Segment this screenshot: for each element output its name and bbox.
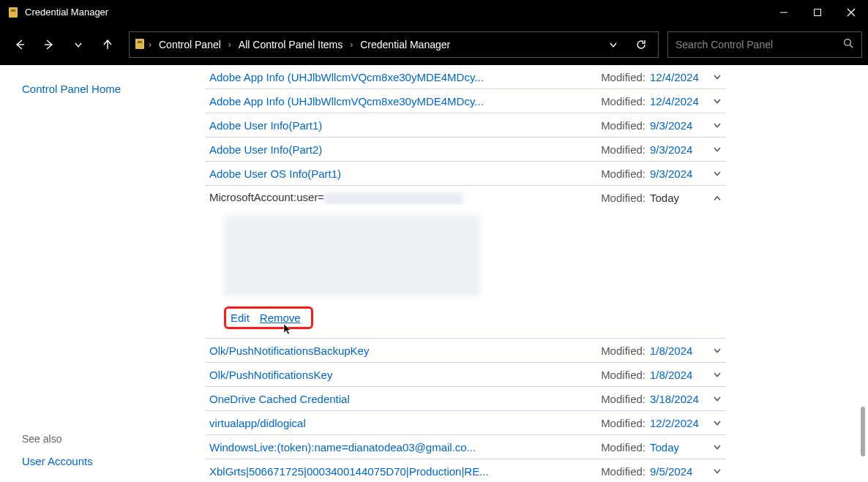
app-icon: [7, 7, 19, 18]
up-button[interactable]: [94, 31, 121, 59]
modified-label: Modified:: [601, 417, 646, 429]
modified-date: Today: [650, 192, 703, 204]
location-icon: [134, 38, 146, 52]
chevron-right-icon: ›: [149, 39, 151, 50]
credential-name: virtualapp/didlogical: [209, 417, 601, 429]
credential-name: Adobe App Info (UHJlbWllcmVQcm8xe30yMDE4…: [209, 71, 601, 83]
scrollbar[interactable]: [861, 407, 865, 456]
credential-row[interactable]: Olk/PushNotificationsBackupKeyModified:1…: [205, 339, 726, 363]
main-panel: Adobe App Info (UHJlbWllcmVQcm8xe30yMDE4…: [205, 65, 868, 482]
chevron-down-icon[interactable]: [710, 415, 725, 430]
chevron-down-icon[interactable]: [710, 367, 725, 382]
chevron-up-icon[interactable]: [710, 191, 725, 206]
modified-date: Today: [650, 441, 703, 453]
chevron-down-icon[interactable]: [710, 166, 725, 181]
credential-name: Adobe User Info(Part1): [209, 119, 601, 132]
recent-dropdown-button[interactable]: [64, 31, 92, 59]
modified-date: 9/3/2024: [650, 167, 703, 180]
chevron-down-icon[interactable]: [710, 464, 725, 478]
redacted-value: [324, 192, 463, 205]
chevron-down-icon[interactable]: [710, 94, 725, 108]
chevron-down-icon[interactable]: [710, 343, 725, 358]
window-title: Credential Manager: [25, 7, 108, 18]
modified-label: Modified:: [601, 95, 646, 108]
chevron-right-icon: ›: [350, 39, 353, 50]
back-button[interactable]: [6, 31, 34, 59]
svg-point-11: [845, 39, 851, 46]
breadcrumb-segment[interactable]: Control Panel: [154, 39, 225, 50]
remove-link[interactable]: Remove: [260, 312, 301, 324]
credential-name: Adobe User OS Info(Part1): [209, 167, 601, 180]
minimize-button[interactable]: [767, 0, 801, 24]
modified-label: Modified:: [601, 167, 646, 180]
credential-row[interactable]: Adobe App Info (UHJlbWllcmVQcm8xe30yMDE4…: [205, 65, 726, 89]
control-panel-home-link[interactable]: Control Panel Home: [22, 83, 205, 95]
mouse-cursor-icon: [282, 323, 293, 336]
credential-name: Adobe User Info(Part2): [209, 143, 601, 156]
modified-date: 9/5/2024: [650, 465, 703, 478]
credential-row[interactable]: OneDrive Cached CredentialModified:3/18/…: [205, 387, 726, 411]
modified-label: Modified:: [601, 441, 646, 453]
modified-label: Modified:: [601, 192, 646, 204]
search-box[interactable]: [667, 31, 862, 58]
chevron-down-icon[interactable]: [710, 69, 725, 84]
credential-list: Adobe App Info (UHJlbWllcmVQcm8xe30yMDE4…: [205, 65, 726, 482]
modified-date: 12/2/2024: [650, 417, 703, 429]
credential-name: XblGrts|506671725|0003400144075D70|Produ…: [209, 465, 601, 478]
chevron-down-icon[interactable]: [710, 142, 725, 157]
credential-name: Adobe App Info (UHJlbWllcmVQcm8xe30yMDE4…: [209, 95, 601, 108]
edit-link[interactable]: Edit: [231, 312, 250, 324]
credential-row[interactable]: XblGrts|506671725|0003400144075D70|Produ…: [205, 459, 726, 482]
chevron-right-icon: ›: [228, 39, 231, 50]
credential-row[interactable]: Adobe User OS Info(Part1)Modified:9/3/20…: [205, 162, 726, 186]
credential-row[interactable]: WindowsLive:(token):name=dianatodea03@gm…: [205, 435, 726, 459]
credential-row[interactable]: Adobe User Info(Part2)Modified:9/3/2024: [205, 138, 726, 162]
modified-label: Modified:: [601, 344, 646, 357]
modified-label: Modified:: [601, 393, 646, 405]
credential-row[interactable]: Adobe App Info (UHJlbWllcmVQcm8xe30yMDE4…: [205, 89, 726, 113]
credential-row[interactable]: MicrosoftAccount:user=Modified:Today: [205, 186, 726, 210]
close-button[interactable]: [834, 0, 868, 24]
content-area: Control Panel Home See also User Account…: [0, 65, 868, 482]
modified-date: 1/8/2024: [650, 344, 703, 357]
svg-rect-9: [135, 39, 144, 49]
modified-label: Modified:: [601, 143, 646, 156]
chevron-down-icon[interactable]: [710, 391, 725, 406]
svg-rect-10: [138, 41, 142, 43]
see-also-header: See also: [22, 433, 93, 445]
modified-label: Modified:: [601, 119, 646, 132]
svg-rect-0: [9, 7, 18, 18]
modified-date: 9/3/2024: [650, 119, 703, 132]
breadcrumb-segment[interactable]: All Control Panel Items: [234, 39, 347, 50]
credential-name: MicrosoftAccount:user=: [209, 191, 601, 205]
breadcrumb-segment[interactable]: Credential Manager: [356, 39, 454, 50]
maximize-button[interactable]: [801, 0, 834, 24]
address-dropdown-button[interactable]: [601, 32, 626, 57]
credential-row[interactable]: Adobe User Info(Part1)Modified:9/3/2024: [205, 113, 726, 138]
credential-name: WindowsLive:(token):name=dianatodea03@gm…: [209, 441, 601, 453]
modified-date: 12/4/2024: [650, 95, 703, 108]
address-bar[interactable]: › Control Panel › All Control Panel Item…: [129, 31, 659, 58]
modified-label: Modified:: [601, 71, 646, 83]
chevron-down-icon[interactable]: [710, 440, 725, 454]
search-icon[interactable]: [843, 38, 854, 51]
svg-rect-1: [11, 10, 15, 12]
titlebar: Credential Manager: [0, 0, 868, 24]
sidebar: Control Panel Home See also User Account…: [0, 65, 205, 482]
search-input[interactable]: [676, 39, 843, 50]
forward-button[interactable]: [35, 31, 63, 59]
action-highlight: EditRemove: [224, 306, 313, 329]
user-accounts-link[interactable]: User Accounts: [22, 455, 93, 467]
redacted-details: [224, 216, 480, 296]
modified-date: 12/4/2024: [650, 71, 703, 83]
svg-line-12: [850, 45, 853, 48]
credential-row[interactable]: Olk/PushNotificationsKeyModified:1/8/202…: [205, 363, 726, 387]
svg-rect-3: [815, 9, 821, 15]
credential-details: EditRemove: [205, 216, 726, 339]
refresh-button[interactable]: [629, 32, 654, 57]
modified-date: 1/8/2024: [650, 369, 703, 381]
modified-date: 3/18/2024: [650, 393, 703, 405]
credential-name: Olk/PushNotificationsBackupKey: [209, 344, 601, 357]
credential-row[interactable]: virtualapp/didlogicalModified:12/2/2024: [205, 411, 726, 435]
chevron-down-icon[interactable]: [710, 118, 725, 132]
